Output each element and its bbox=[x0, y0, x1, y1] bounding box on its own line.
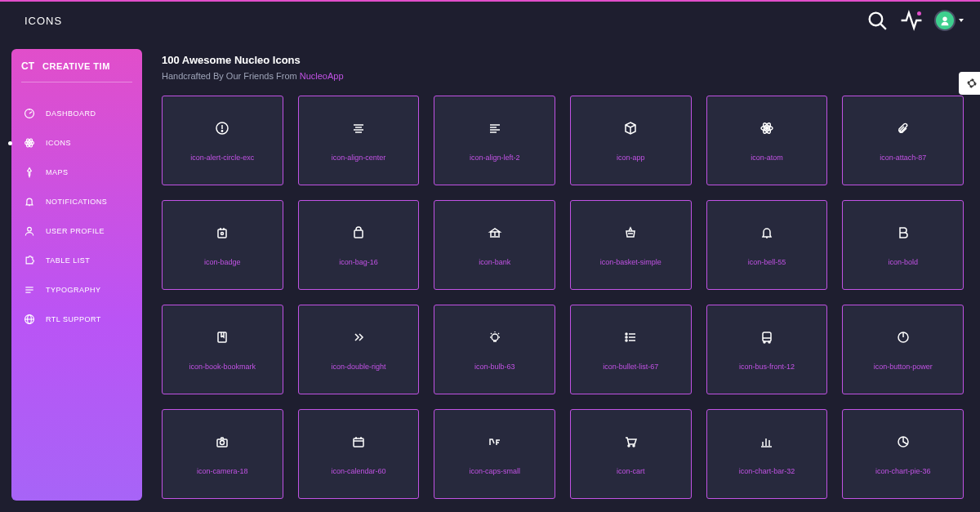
icon-label: icon-align-left-2 bbox=[470, 154, 520, 162]
sidebar-item-user-profile[interactable]: USER PROFILE bbox=[21, 216, 132, 246]
icon-label: icon-attach-87 bbox=[880, 154, 926, 162]
icon-label: icon-basket-simple bbox=[600, 258, 662, 266]
icon-label: icon-badge bbox=[204, 258, 241, 266]
icon-label: icon-calendar-60 bbox=[331, 467, 385, 475]
page-title: ICONS bbox=[24, 15, 62, 27]
icon-card[interactable]: icon-alert-circle-exc bbox=[162, 96, 283, 185]
icon-label: icon-bulb-63 bbox=[474, 363, 515, 371]
section-subtitle: Handcrafted By Our Friends From NucleoAp… bbox=[162, 71, 964, 81]
icon-label: icon-chart-bar-32 bbox=[739, 467, 795, 475]
sidebar-item-label: DASHBOARD bbox=[46, 109, 96, 118]
basket-icon bbox=[623, 224, 638, 242]
user-icon bbox=[23, 225, 36, 237]
atom-icon bbox=[760, 119, 774, 137]
icon-label: icon-camera-18 bbox=[197, 467, 248, 475]
icon-label: icon-caps-small bbox=[469, 467, 520, 475]
icon-label: icon-app bbox=[617, 154, 645, 162]
icon-card[interactable]: icon-badge bbox=[162, 200, 283, 290]
icon-label: icon-double-right bbox=[331, 363, 385, 371]
icon-label: icon-bank bbox=[479, 258, 510, 266]
bell-icon bbox=[23, 196, 36, 207]
camera-icon bbox=[215, 433, 229, 451]
icon-card[interactable]: icon-bell-55 bbox=[706, 200, 828, 290]
nucleo-link[interactable]: NucleoApp bbox=[300, 71, 344, 81]
notifications-icon[interactable] bbox=[900, 9, 923, 32]
sidebar-item-label: ICONS bbox=[46, 139, 71, 147]
main-content: 100 Awesome Nucleo Icons Handcrafted By … bbox=[142, 39, 980, 510]
sidebar-item-label: USER PROFILE bbox=[46, 227, 105, 235]
puzzle-icon bbox=[23, 255, 36, 266]
icon-card[interactable]: icon-button-power bbox=[842, 305, 964, 394]
icon-card[interactable]: icon-bank bbox=[434, 200, 555, 290]
brand[interactable]: CT CREATIVE TIM bbox=[21, 60, 132, 82]
settings-fab[interactable] bbox=[959, 72, 980, 95]
avatar[interactable] bbox=[934, 10, 956, 31]
badge-icon bbox=[215, 224, 229, 242]
sidebar-item-label: NOTIFICATIONS bbox=[46, 198, 107, 206]
icon-card[interactable]: icon-cart bbox=[570, 409, 692, 499]
icon-label: icon-cart bbox=[617, 467, 645, 475]
bag-icon bbox=[351, 224, 366, 242]
icon-label: icon-alert-circle-exc bbox=[190, 154, 254, 162]
icon-card[interactable]: icon-atom bbox=[706, 96, 828, 185]
power-icon bbox=[896, 328, 911, 346]
icon-label: icon-chart-pie-36 bbox=[875, 467, 931, 475]
sidebar-item-label: TYPOGRAPHY bbox=[46, 286, 101, 294]
icon-card[interactable]: icon-chart-pie-36 bbox=[842, 409, 964, 499]
icon-card[interactable]: icon-calendar-60 bbox=[298, 409, 420, 499]
icon-card[interactable]: icon-caps-small bbox=[434, 409, 555, 499]
sidebar-item-label: MAPS bbox=[46, 168, 69, 176]
sidebar-item-maps[interactable]: MAPS bbox=[21, 158, 132, 187]
sidebar-item-icons[interactable]: ICONS bbox=[21, 128, 132, 158]
icon-card[interactable]: icon-app bbox=[570, 96, 692, 185]
align-icon bbox=[23, 284, 36, 296]
icon-label: icon-button-power bbox=[874, 363, 933, 371]
icon-card[interactable]: icon-bulb-63 bbox=[434, 305, 555, 394]
icon-card[interactable]: icon-chart-bar-32 bbox=[706, 409, 828, 499]
chevron-down-icon[interactable] bbox=[959, 19, 964, 22]
icon-label: icon-bell-55 bbox=[748, 258, 786, 266]
atom-icon bbox=[23, 137, 36, 149]
sidebar-item-rtl-support[interactable]: RTL SUPPORT bbox=[21, 305, 132, 334]
icon-label: icon-book-bookmark bbox=[189, 363, 256, 371]
calendar-icon bbox=[351, 433, 366, 451]
globe-icon bbox=[23, 314, 36, 325]
dashboard-icon bbox=[23, 108, 36, 119]
align-center-icon bbox=[351, 119, 366, 137]
icon-card[interactable]: icon-book-bookmark bbox=[162, 305, 283, 394]
icon-card[interactable]: icon-basket-simple bbox=[570, 200, 692, 290]
pin-icon bbox=[23, 167, 36, 178]
icon-label: icon-bus-front-12 bbox=[739, 363, 795, 371]
sidebar-item-notifications[interactable]: NOTIFICATIONS bbox=[21, 187, 132, 216]
icon-card[interactable]: icon-bold bbox=[842, 200, 964, 290]
sidebar-item-label: RTL SUPPORT bbox=[46, 315, 101, 323]
icon-card[interactable]: icon-align-center bbox=[298, 96, 420, 185]
sidebar-item-dashboard[interactable]: DASHBOARD bbox=[21, 99, 132, 128]
cube-icon bbox=[623, 119, 638, 137]
align-left-icon bbox=[488, 119, 502, 137]
list-icon bbox=[623, 328, 638, 346]
chevrons-icon bbox=[351, 328, 366, 346]
cart-icon bbox=[623, 433, 638, 451]
icon-card[interactable]: icon-double-right bbox=[298, 305, 420, 394]
bold-icon bbox=[896, 224, 911, 242]
search-icon[interactable] bbox=[866, 9, 889, 32]
brand-short: CT bbox=[21, 60, 34, 72]
icon-label: icon-bullet-list-67 bbox=[603, 363, 658, 371]
icon-card[interactable]: icon-attach-87 bbox=[842, 96, 964, 185]
caps-icon bbox=[488, 433, 502, 451]
icon-card[interactable]: icon-camera-18 bbox=[162, 409, 283, 499]
icon-card[interactable]: icon-bus-front-12 bbox=[706, 305, 828, 394]
icon-label: icon-atom bbox=[751, 154, 783, 162]
icon-card[interactable]: icon-bullet-list-67 bbox=[570, 305, 692, 394]
icon-label: icon-align-center bbox=[332, 154, 386, 162]
sidebar-item-label: TABLE LIST bbox=[46, 256, 90, 265]
icon-card[interactable]: icon-bag-16 bbox=[298, 200, 420, 290]
bar-icon bbox=[760, 433, 774, 451]
sidebar-item-table-list[interactable]: TABLE LIST bbox=[21, 246, 132, 275]
icon-card[interactable]: icon-align-left-2 bbox=[434, 96, 555, 185]
sidebar-item-typography[interactable]: TYPOGRAPHY bbox=[21, 275, 132, 305]
bulb-icon bbox=[488, 328, 502, 346]
icon-label: icon-bold bbox=[888, 258, 918, 266]
bus-icon bbox=[760, 328, 774, 346]
